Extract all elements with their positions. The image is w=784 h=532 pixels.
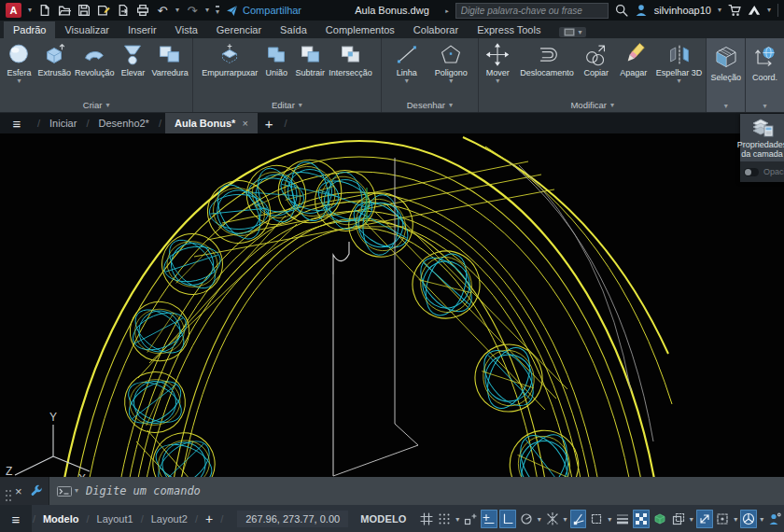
autodesk-button[interactable] [748,3,761,18]
espelhar3d-button[interactable]: Espelhar 3D ▾ [654,41,705,86]
panel-label-desenhar[interactable]: Desenhar▾ [382,98,479,112]
drawing-viewport[interactable]: Y Z X [0,133,784,477]
object-snap-icon[interactable] [570,510,587,528]
hatch-display-icon[interactable] [633,510,650,528]
selecao-tile-button[interactable]: Seleção ▾ [707,38,746,112]
revolucao-button[interactable]: Revolução [73,41,117,78]
model-space-button[interactable]: MODELO [356,511,411,527]
new-layout-button[interactable]: + [199,511,219,526]
snap-mode-icon[interactable] [436,510,453,528]
undo-caret-icon[interactable]: ▾ [175,7,179,14]
copiar-button[interactable]: Copiar [580,41,613,78]
panel-label-criar[interactable]: Criar▾ [0,98,192,112]
snap-caret-icon[interactable]: ▾ [454,515,461,524]
extrusao-button[interactable]: Extrusão [35,41,73,78]
command-input[interactable] [84,483,777,498]
file-tab-iniciar[interactable]: Iniciar [44,118,82,129]
ribbon-tab-express-tools[interactable]: Express Tools [468,21,550,38]
subtrair-button[interactable]: Subtrair [293,41,327,78]
app-store-button[interactable] [728,3,741,18]
osnap-tracking-icon[interactable] [544,510,561,528]
object-snap-3d-icon[interactable] [588,510,605,528]
file-tabs-menu-button[interactable]: ≡ [0,113,34,133]
opacity-toggle[interactable] [744,168,759,176]
polar-caret-icon[interactable]: ▾ [536,515,543,524]
ribbon-tab-visualizar[interactable]: Visualizar [55,21,119,38]
annotation-caret-icon[interactable]: ▾ [732,515,739,524]
ribbon-display-options-button[interactable]: ▾ [559,27,586,37]
share-button[interactable]: Compartilhar [226,5,301,17]
panel-label-editar[interactable]: Editar▾ [193,98,380,112]
account-caret-icon[interactable]: ▾ [718,7,721,14]
infer-constraints-icon[interactable] [462,510,479,528]
save-button[interactable] [77,3,91,18]
command-prompt-chip[interactable]: ▾ [57,486,78,497]
panel-label-modificar[interactable]: Modificar▾ [479,98,706,112]
undo-button[interactable]: ↶ [156,3,169,18]
annotation-scale-icon[interactable] [696,510,713,528]
layout-tab-modelo[interactable]: Modelo [36,513,86,525]
customize-wrench-icon[interactable] [30,484,43,497]
layout-menu-button[interactable]: ≡ [0,505,32,532]
varredura-button[interactable]: Varredura [149,41,189,78]
lineweight-display-icon[interactable] [614,510,631,528]
ribbon-tab-saida[interactable]: Saída [271,21,316,38]
autocad-logo[interactable]: A [6,3,21,18]
ribbon-tab-vista[interactable]: Vista [166,21,207,38]
close-tab-icon[interactable]: × [242,118,247,129]
ortho-mode-icon[interactable] [499,510,516,528]
layer-properties-button[interactable]: Propriedades da camada [740,114,784,161]
isodraft-icon[interactable] [651,510,668,528]
uniao-button[interactable]: União [259,41,293,78]
search-type-caret-icon[interactable]: ▸ [445,7,449,14]
elevar-button[interactable]: Elevar [116,41,149,78]
file-tab-aula-bonus[interactable]: Aula Bonus* × [165,113,258,133]
app-menu-caret-icon[interactable]: ▾ [28,7,32,14]
file-tab-desenho2[interactable]: Desenho2* [92,118,154,129]
plot-button[interactable] [136,3,149,18]
ribbon-tab-complementos[interactable]: Complementos [316,21,404,38]
command-input-area[interactable]: ▾ [49,477,784,505]
command-bar-close-icon[interactable]: × [15,484,22,498]
transparency-caret-icon[interactable]: ▾ [688,515,695,524]
gizmo-icon[interactable] [740,510,757,528]
dynamic-input-icon[interactable] [481,510,497,528]
object-snap-3d-caret-icon[interactable]: ▾ [606,515,613,524]
username[interactable]: silvinhoap10 [654,5,711,16]
interseccao-button[interactable]: Intersecção [327,41,374,78]
esfera-button[interactable]: Esfera ▾ [2,41,35,86]
redo-caret-icon[interactable]: ▾ [205,7,209,14]
grid-display-icon[interactable] [418,510,435,528]
command-bar-grip-handle[interactable] [6,490,7,492]
transparency-icon[interactable] [670,510,687,528]
poligono-button[interactable]: Poligono ▾ [433,41,469,86]
gizmo-caret-icon[interactable]: ▾ [758,515,765,524]
empurrarpuxar-button[interactable]: Empurrarpuxar [200,41,259,78]
quick-access-customize-icon[interactable]: ▾ [216,6,219,16]
ribbon-tab-inserir[interactable]: Inserir [119,21,166,38]
new-drawing-tab-button[interactable]: + [258,116,281,132]
redo-button[interactable]: ↷ [186,3,199,18]
annotation-visibility-icon[interactable] [715,510,732,528]
mover-button[interactable]: Mover ▾ [481,41,514,86]
osnap-tracking-caret-icon[interactable]: ▾ [562,515,569,524]
user-presence-icon[interactable] [766,510,783,528]
ribbon-tab-colaborar[interactable]: Colaborar [404,21,468,38]
layout-tab-layout1[interactable]: Layout1 [91,513,140,525]
ribbon-tab-gerenciar[interactable]: Gerenciar [207,21,271,38]
coordenadas-tile-button[interactable]: Coord. ▾ [746,38,784,112]
deslocamento-button[interactable]: Deslocamento [518,41,576,78]
ribbon-tab-padrao[interactable]: Padrão [4,21,55,38]
save-as-button[interactable] [97,3,110,18]
apagar-button[interactable]: Apagar [617,41,651,78]
polar-tracking-icon[interactable] [518,510,535,528]
open-file-button[interactable] [58,3,71,18]
search-input[interactable] [455,3,609,19]
account-button[interactable] [635,3,648,18]
new-file-button[interactable] [38,3,51,18]
search-button[interactable] [615,3,628,18]
linha-button[interactable]: Linha ▾ [390,41,424,86]
export-button[interactable] [117,3,130,18]
autodesk-caret-icon[interactable]: ▾ [767,7,771,14]
layout-tab-layout2[interactable]: Layout2 [145,513,194,525]
